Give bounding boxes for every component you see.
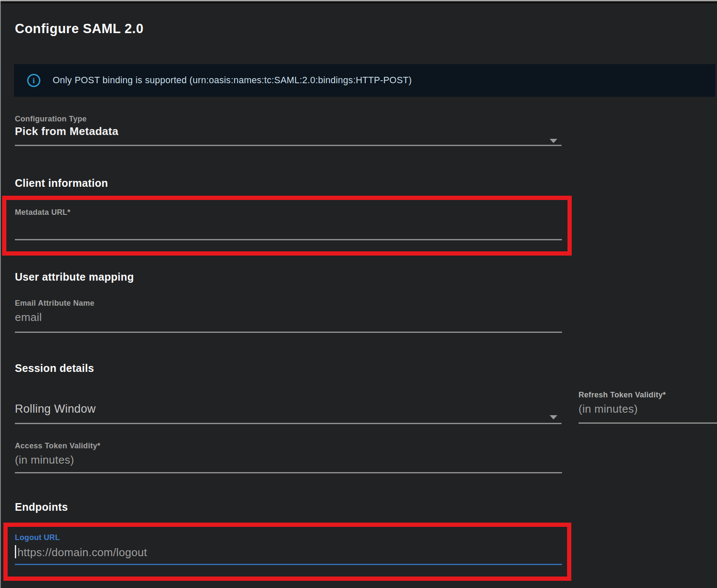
info-banner: i Only POST binding is supported (urn:oa… [14, 64, 715, 97]
session-window-value: Rolling Window [15, 402, 562, 416]
metadata-url-input[interactable] [15, 219, 562, 241]
chevron-down-icon [550, 415, 557, 419]
section-client-information: Client information [15, 177, 108, 189]
logout-url-underline [15, 564, 562, 565]
email-attribute-name-input[interactable]: email [15, 311, 562, 333]
logout-url-label: Logout URL [15, 533, 60, 542]
email-attribute-name-underline [15, 332, 562, 333]
email-attribute-name-value: email [15, 311, 562, 324]
info-icon: i [27, 74, 40, 87]
section-endpoints: Endpoints [15, 501, 68, 513]
window-left-edge [0, 0, 1, 588]
logout-url-input[interactable]: https://domain.com/logout [15, 545, 562, 567]
access-token-validity-input[interactable]: (in minutes) [15, 453, 562, 475]
configuration-type-select[interactable]: Pick from Metadata [15, 125, 562, 147]
page-title: Configure SAML 2.0 [15, 21, 144, 37]
session-window-select[interactable]: Rolling Window [15, 402, 562, 425]
refresh-token-validity-label: Refresh Token Validity* [579, 391, 666, 400]
refresh-token-validity-placeholder: (in minutes) [579, 402, 717, 416]
configure-saml-page: Configure SAML 2.0 i Only POST binding i… [0, 0, 717, 588]
session-window-underline [15, 423, 562, 424]
metadata-url-underline [15, 239, 562, 240]
configuration-type-value: Pick from Metadata [15, 125, 562, 138]
configuration-type-label: Configuration Type [15, 115, 87, 124]
access-token-validity-placeholder: (in minutes) [15, 453, 562, 467]
access-token-validity-underline [15, 472, 562, 473]
metadata-url-label: Metadata URL* [15, 208, 71, 217]
logout-url-placeholder: https://domain.com/logout [17, 546, 147, 559]
text-cursor [15, 545, 16, 558]
section-user-attribute-mapping: User attribute mapping [15, 271, 134, 283]
configuration-type-underline [15, 145, 562, 146]
section-session-details: Session details [15, 362, 94, 374]
access-token-validity-label: Access Token Validity* [15, 442, 100, 450]
chevron-down-icon [550, 139, 557, 143]
window-top-border [0, 1, 717, 3]
refresh-token-validity-underline [579, 422, 717, 424]
info-banner-text: Only POST binding is supported (urn:oasi… [53, 75, 412, 86]
refresh-token-validity-input[interactable]: (in minutes) [579, 402, 717, 425]
email-attribute-name-label: Email Attribute Name [15, 299, 94, 308]
